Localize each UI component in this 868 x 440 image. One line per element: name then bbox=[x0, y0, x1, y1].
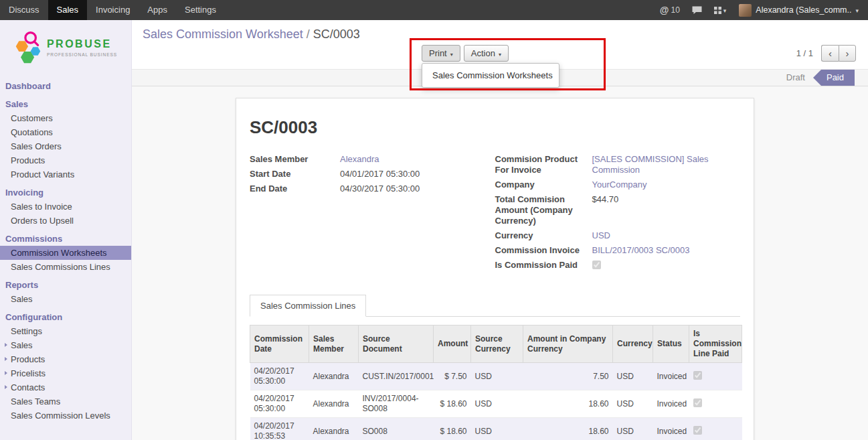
debug-menu-icon[interactable] bbox=[708, 0, 733, 20]
print-button-label: Print bbox=[429, 48, 447, 58]
sidebar-item-reports-sales[interactable]: Sales bbox=[0, 292, 131, 306]
cell-line-paid bbox=[689, 418, 742, 440]
header-commission-date[interactable]: Commission Date bbox=[250, 325, 309, 363]
line-paid-checkbox bbox=[693, 426, 702, 435]
sidebar-item-pricelists[interactable]: Pricelists bbox=[0, 366, 131, 380]
menu-discuss[interactable]: Discuss bbox=[0, 0, 48, 20]
cell-sales-member: Alexandra bbox=[309, 390, 359, 418]
action-button[interactable]: Action bbox=[464, 45, 509, 62]
sidebar-item-sales-orders[interactable]: Sales Orders bbox=[0, 139, 131, 153]
stage-paid[interactable]: Paid bbox=[821, 70, 855, 86]
sidebar-item-sales-teams[interactable]: Sales Teams bbox=[0, 394, 131, 409]
sidebar-item-customers[interactable]: Customers bbox=[0, 111, 131, 125]
menu-invoicing[interactable]: Invoicing bbox=[87, 0, 139, 20]
sales-member-link[interactable]: Alexandra bbox=[340, 154, 379, 165]
tab-sales-commission-lines[interactable]: Sales Commission Lines bbox=[250, 295, 366, 317]
sidebar-item-orders-to-upsell[interactable]: Orders to Upsell bbox=[0, 214, 131, 228]
sidebar-heading-commissions[interactable]: Commissions bbox=[0, 232, 131, 246]
breadcrumb-current: SC/0003 bbox=[313, 27, 360, 41]
field-label-total-commission: Total Commision Amount (Company Currency… bbox=[495, 194, 592, 226]
sidebar-item-config-products[interactable]: Products bbox=[0, 352, 131, 366]
sidebar-item-config-sales[interactable]: Sales bbox=[0, 338, 131, 352]
cell-line-paid bbox=[689, 390, 742, 418]
record-title: SC/0003 bbox=[250, 117, 740, 138]
user-menu[interactable]: Alexandra (Sales_comm.. bbox=[732, 4, 864, 17]
sidebar-heading-configuration[interactable]: Configuration bbox=[0, 310, 131, 324]
sidebar-item-sales-commission-levels[interactable]: Sales Commission Levels bbox=[0, 409, 131, 423]
currency-link[interactable]: USD bbox=[592, 230, 610, 241]
user-name: Alexandra (Sales_comm.. bbox=[756, 5, 851, 15]
stage-draft[interactable]: Draft bbox=[780, 70, 812, 86]
probuse-logo[interactable]: PROBUSE PROFESSIONAL BUSINESS bbox=[0, 20, 131, 72]
commission-product-link[interactable]: [SALES COMMISSION] Sales Commission bbox=[592, 154, 709, 175]
table-row[interactable]: 04/20/2017 10:35:53 Alexandra SO008 $ 18… bbox=[250, 418, 742, 440]
header-amount[interactable]: Amount bbox=[434, 325, 471, 363]
sidebar-heading-reports[interactable]: Reports bbox=[0, 278, 131, 292]
cell-commission-date: 04/20/2017 05:30:00 bbox=[250, 363, 309, 390]
sidebar-item-contacts[interactable]: Contacts bbox=[0, 380, 131, 394]
menu-sales[interactable]: Sales bbox=[48, 0, 88, 20]
sidebar-item-product-variants[interactable]: Product Variants bbox=[0, 167, 131, 181]
sidebar-heading-sales[interactable]: Sales bbox=[0, 97, 131, 111]
cell-commission-date: 04/20/2017 05:30:00 bbox=[250, 390, 309, 418]
pager-next-button[interactable]: › bbox=[839, 45, 856, 62]
pager-previous-button[interactable]: ‹ bbox=[821, 45, 839, 62]
pager-value: 1 / 1 bbox=[796, 48, 813, 58]
cell-amount: $ 7.50 bbox=[434, 363, 471, 390]
cell-commission-date: 04/20/2017 10:35:53 bbox=[250, 418, 309, 440]
control-panel: Sales Commission Worksheet/SC/0003 Print… bbox=[132, 20, 868, 69]
messages-icon[interactable] bbox=[686, 0, 708, 20]
probuse-logo-icon bbox=[14, 29, 42, 66]
breadcrumb-parent[interactable]: Sales Commission Worksheet bbox=[143, 27, 303, 41]
at-icon: @ bbox=[660, 5, 669, 15]
sidebar-item-quotations[interactable]: Quotations bbox=[0, 125, 131, 139]
action-button-label: Action bbox=[471, 48, 495, 58]
sidebar-item-sales-to-invoice[interactable]: Sales to Invoice bbox=[0, 200, 131, 214]
header-status[interactable]: Status bbox=[653, 325, 689, 363]
cell-line-paid bbox=[689, 363, 742, 390]
sidebar-item-dashboard[interactable]: Dashboard bbox=[0, 79, 131, 93]
sidebar-heading-invoicing[interactable]: Invoicing bbox=[0, 186, 131, 200]
line-paid-checkbox bbox=[693, 371, 702, 380]
menu-settings[interactable]: Settings bbox=[176, 0, 225, 20]
is-commission-paid-checkbox bbox=[592, 261, 601, 269]
sidebar-item-settings[interactable]: Settings bbox=[0, 324, 131, 338]
field-label-sales-member: Sales Member bbox=[250, 154, 340, 165]
header-sales-member[interactable]: Sales Member bbox=[309, 325, 359, 363]
main-content: Sales Commission Worksheet/SC/0003 Print… bbox=[132, 20, 868, 440]
caret-down-icon bbox=[723, 5, 727, 15]
header-amount-company-currency[interactable]: Amount in Company Currency bbox=[523, 325, 613, 363]
sidebar-item-commission-worksheets[interactable]: Commission Worksheets bbox=[0, 246, 131, 260]
line-paid-checkbox bbox=[693, 398, 702, 407]
header-currency[interactable]: Currency bbox=[613, 325, 653, 363]
cell-amount-company: 18.60 bbox=[523, 418, 613, 440]
table-row[interactable]: 04/20/2017 05:30:00 Alexandra INV/2017/0… bbox=[250, 390, 742, 418]
sidebar-item-products[interactable]: Products bbox=[0, 153, 131, 167]
mentions-indicator[interactable]: @ 10 bbox=[654, 0, 686, 20]
print-button[interactable]: Print bbox=[422, 45, 460, 62]
header-source-currency[interactable]: Source Currency bbox=[471, 325, 523, 363]
pager: 1 / 1 ‹ › bbox=[796, 45, 856, 62]
table-row[interactable]: 04/20/2017 05:30:00 Alexandra CUST.IN/20… bbox=[250, 363, 742, 390]
logo-subtitle: PROFESSIONAL BUSINESS bbox=[47, 52, 117, 57]
cell-currency: USD bbox=[613, 418, 653, 440]
top-navbar: Discuss Sales Invoicing Apps Settings @ … bbox=[0, 0, 868, 20]
header-source-document[interactable]: Source Document bbox=[359, 325, 434, 363]
notebook-tabs: Sales Commission Lines bbox=[250, 295, 740, 317]
company-link[interactable]: YourCompany bbox=[592, 179, 647, 190]
cell-amount-company: 7.50 bbox=[523, 363, 613, 390]
cell-source-document: SO008 bbox=[359, 418, 434, 440]
start-date-value: 04/01/2017 05:30:00 bbox=[340, 169, 420, 179]
menu-apps[interactable]: Apps bbox=[139, 0, 176, 20]
form-area: SC/0003 Sales Member Alexandra Start Dat… bbox=[132, 86, 868, 440]
commission-invoice-link[interactable]: BILL/2017/0003 SC/0003 bbox=[592, 245, 690, 256]
sidebar: PROBUSE PROFESSIONAL BUSINESS Dashboard … bbox=[0, 20, 132, 440]
total-commission-value: $44.70 bbox=[592, 194, 619, 226]
sidebar-item-sales-commissions-lines[interactable]: Sales Commissions Lines bbox=[0, 260, 131, 274]
cell-currency: USD bbox=[613, 363, 653, 390]
header-is-commission-line-paid[interactable]: Is Commission Line Paid bbox=[689, 325, 742, 363]
cell-amount-company: 18.60 bbox=[523, 390, 613, 418]
chat-bubble-icon bbox=[692, 6, 702, 15]
dropdown-item-sales-commission-worksheets[interactable]: Sales Commission Worksheets bbox=[422, 67, 559, 84]
app-menus: Discuss Sales Invoicing Apps Settings bbox=[0, 0, 225, 20]
